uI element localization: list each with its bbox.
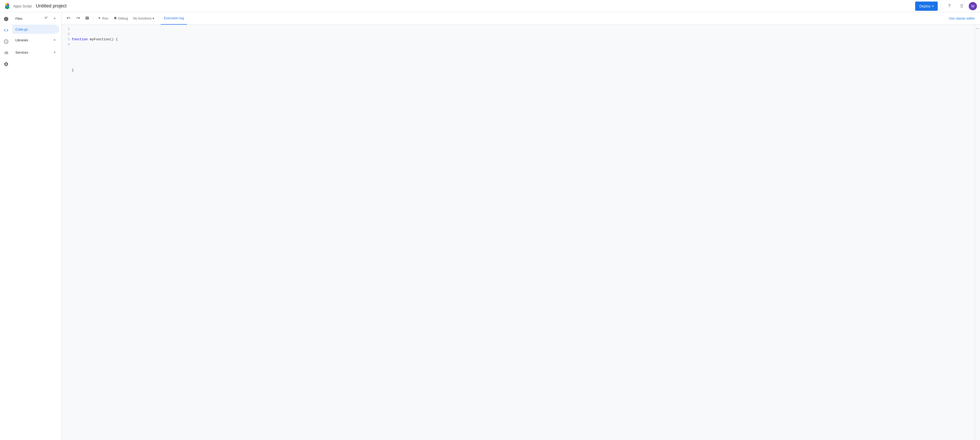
add-file-button[interactable]: + bbox=[51, 15, 58, 22]
files-section-title: Files bbox=[15, 17, 22, 21]
sidebar-panel: Files + Code.gs Libraries + bbox=[12, 12, 62, 440]
libraries-section-actions: + bbox=[51, 37, 58, 44]
line-number-3: 3 bbox=[64, 37, 70, 42]
no-functions-selector[interactable]: No functions ▾ bbox=[131, 16, 156, 20]
line-number-1: 1 bbox=[64, 27, 70, 32]
main-layout: Files + Code.gs Libraries + bbox=[0, 12, 980, 440]
nav-executions-button[interactable] bbox=[1, 48, 11, 59]
code-line-3: } bbox=[72, 68, 975, 73]
user-avatar[interactable]: W bbox=[969, 2, 977, 10]
save-icon bbox=[85, 16, 89, 21]
add-library-icon: + bbox=[53, 38, 56, 42]
nav-icons-panel bbox=[0, 12, 12, 440]
deploy-label: Deploy bbox=[919, 4, 931, 8]
toolbar-separator-2 bbox=[158, 15, 159, 22]
redo-icon bbox=[76, 16, 80, 21]
sort-files-button[interactable] bbox=[43, 15, 50, 22]
services-section-title: Services bbox=[15, 51, 28, 54]
redo-button[interactable] bbox=[74, 14, 82, 22]
executions-icon bbox=[3, 50, 9, 57]
settings-icon bbox=[3, 62, 9, 68]
code-line-2 bbox=[72, 52, 975, 57]
right-collapsed-panel[interactable]: — bbox=[975, 25, 980, 440]
code-text-1: myFunction() { bbox=[88, 37, 118, 41]
files-section-header: Files + bbox=[12, 12, 61, 25]
run-button[interactable]: Run bbox=[95, 14, 110, 22]
sort-icon bbox=[45, 16, 48, 21]
editor-icon bbox=[3, 28, 9, 34]
line-number-2: 2 bbox=[64, 32, 70, 37]
run-label: Run bbox=[102, 16, 108, 20]
app-header: Apps Script Untitled project Deploy ▾ ? … bbox=[0, 0, 980, 12]
nav-settings-button[interactable] bbox=[1, 59, 11, 70]
services-section-actions: + bbox=[51, 49, 58, 56]
run-icon bbox=[98, 16, 101, 21]
help-icon: ? bbox=[948, 3, 951, 9]
file-name: Code.gs bbox=[15, 27, 28, 31]
deploy-button[interactable]: Deploy ▾ bbox=[915, 2, 938, 11]
editor-content[interactable]: 1 2 3 4 function myFunction() { } — bbox=[62, 25, 980, 440]
no-functions-label: No functions bbox=[133, 16, 151, 20]
minimize-icon: — bbox=[976, 27, 979, 30]
add-service-icon: + bbox=[53, 50, 56, 54]
apps-grid-button[interactable]: ⠿ bbox=[956, 1, 967, 11]
add-library-button[interactable]: + bbox=[51, 37, 58, 44]
toolbar-separator-1 bbox=[93, 15, 94, 22]
editor-area: Run Debug No functions ▾ Execution log U… bbox=[62, 12, 980, 440]
nav-info-button[interactable] bbox=[1, 14, 11, 25]
nav-triggers-button[interactable] bbox=[1, 37, 11, 47]
app-name-label: Apps Script bbox=[13, 4, 32, 8]
execution-log-tab[interactable]: Execution log bbox=[161, 12, 187, 25]
info-icon bbox=[3, 16, 9, 23]
undo-button[interactable] bbox=[65, 14, 73, 22]
nav-editor-button[interactable] bbox=[1, 26, 11, 36]
add-service-button[interactable]: + bbox=[51, 49, 58, 56]
file-item-code-gs[interactable]: Code.gs bbox=[12, 25, 59, 34]
deploy-chevron-icon: ▾ bbox=[932, 4, 934, 8]
services-section-header: Services + bbox=[12, 46, 61, 59]
line-numbers: 1 2 3 4 bbox=[62, 25, 72, 440]
no-functions-chevron-icon: ▾ bbox=[153, 16, 154, 20]
execution-log-label: Execution log bbox=[164, 16, 184, 20]
libraries-section-header: Libraries + bbox=[12, 34, 61, 46]
debug-button[interactable]: Debug bbox=[111, 14, 130, 22]
debug-label: Debug bbox=[118, 16, 128, 20]
code-editor[interactable]: function myFunction() { } bbox=[72, 25, 975, 440]
libraries-section-title: Libraries bbox=[15, 38, 28, 42]
app-logo[interactable]: Apps Script bbox=[3, 2, 32, 10]
save-button[interactable] bbox=[83, 14, 91, 22]
help-button[interactable]: ? bbox=[944, 1, 955, 11]
project-name-label: Untitled project bbox=[36, 3, 67, 9]
debug-icon bbox=[113, 16, 117, 21]
use-classic-editor-link[interactable]: Use classic editor bbox=[947, 16, 977, 20]
add-file-icon: + bbox=[53, 16, 56, 21]
apps-grid-icon: ⠿ bbox=[960, 3, 963, 9]
files-section-actions: + bbox=[43, 15, 58, 22]
line-number-4: 4 bbox=[64, 42, 70, 47]
code-line-1: function myFunction() { bbox=[72, 37, 975, 42]
undo-icon bbox=[67, 16, 71, 21]
code-text-3: } bbox=[72, 68, 74, 72]
header-divider bbox=[941, 3, 941, 9]
triggers-icon bbox=[3, 39, 9, 45]
keyword-function: function bbox=[72, 37, 88, 41]
editor-toolbar: Run Debug No functions ▾ Execution log U… bbox=[62, 12, 980, 25]
apps-script-logo-icon bbox=[3, 2, 11, 10]
